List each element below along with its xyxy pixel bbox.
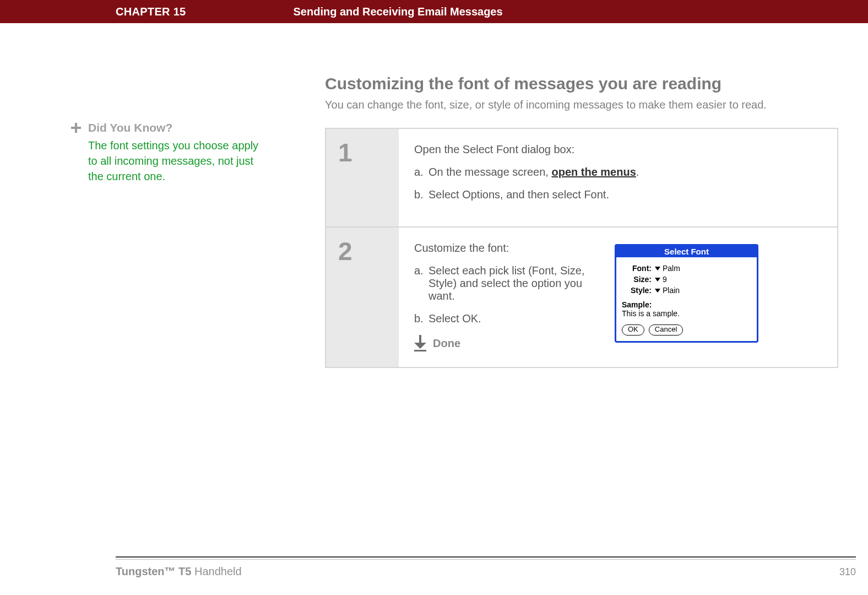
- step-lead: Customize the font:: [414, 242, 601, 255]
- step-number-cell: 2: [326, 228, 399, 367]
- done-row: Done: [414, 335, 601, 351]
- size-label: Size:: [622, 275, 652, 284]
- done-label: Done: [433, 337, 460, 350]
- main-content: Customizing the font of messages you are…: [325, 74, 843, 368]
- select-font-dialog: Select Font Font: Palm Size:: [615, 244, 758, 343]
- step-sub-b: b. Select OK.: [414, 312, 601, 325]
- chevron-down-icon: [655, 289, 660, 293]
- step-row: 2 Customize the font: a. Select each pic…: [326, 226, 837, 367]
- did-you-know-text: The font settings you choose apply to al…: [88, 138, 264, 184]
- style-label: Style:: [622, 286, 652, 295]
- footer-product: Tungsten™ T5 Handheld: [116, 565, 242, 578]
- font-label: Font:: [622, 264, 652, 273]
- section-subtitle: You can change the font, size, or style …: [325, 99, 843, 111]
- chevron-down-icon: [655, 267, 660, 271]
- step-sub-b: b. Select Options, and then select Font.: [414, 188, 822, 201]
- step-sub-a: a. On the message screen, open the menus…: [414, 166, 822, 178]
- style-picklist[interactable]: Plain: [655, 286, 680, 295]
- open-menus-link[interactable]: open the menus: [551, 166, 636, 178]
- size-value: 9: [663, 275, 667, 284]
- step-sub-a: a. Select each pick list (Font, Size, St…: [414, 264, 601, 302]
- sample-label: Sample:: [622, 300, 751, 309]
- chapter-title: Sending and Receiving Email Messages: [293, 6, 502, 18]
- plus-icon: [69, 121, 83, 134]
- step-lead: Open the Select Font dialog box:: [414, 143, 822, 156]
- did-you-know-heading: Did You Know?: [88, 121, 172, 134]
- chapter-label: CHAPTER 15: [116, 6, 186, 18]
- cancel-button[interactable]: Cancel: [649, 324, 683, 336]
- ok-button[interactable]: OK: [622, 324, 644, 336]
- step-number: 1: [338, 140, 399, 165]
- step-row: 1 Open the Select Font dialog box: a. On…: [326, 129, 837, 226]
- style-value: Plain: [663, 286, 680, 295]
- font-value: Palm: [663, 264, 680, 273]
- page-number: 310: [839, 566, 856, 578]
- font-picklist[interactable]: Palm: [655, 264, 680, 273]
- done-arrow-icon: [414, 335, 426, 351]
- dialog-title: Select Font: [616, 246, 757, 257]
- footer-rule-thin: [116, 559, 856, 560]
- section-title: Customizing the font of messages you are…: [325, 74, 843, 93]
- step-body: Customize the font: a. Select each pick …: [399, 228, 837, 367]
- did-you-know-block: Did You Know? The font settings you choo…: [88, 121, 264, 184]
- sample-text: This is a sample.: [622, 309, 751, 318]
- step-number: 2: [338, 239, 399, 264]
- steps-box: 1 Open the Select Font dialog box: a. On…: [325, 128, 838, 368]
- step-body: Open the Select Font dialog box: a. On t…: [399, 129, 837, 226]
- page-header: CHAPTER 15 Sending and Receiving Email M…: [0, 0, 868, 23]
- footer-rule: [116, 556, 856, 558]
- step-number-cell: 1: [326, 129, 399, 226]
- size-picklist[interactable]: 9: [655, 275, 667, 284]
- chevron-down-icon: [655, 278, 660, 282]
